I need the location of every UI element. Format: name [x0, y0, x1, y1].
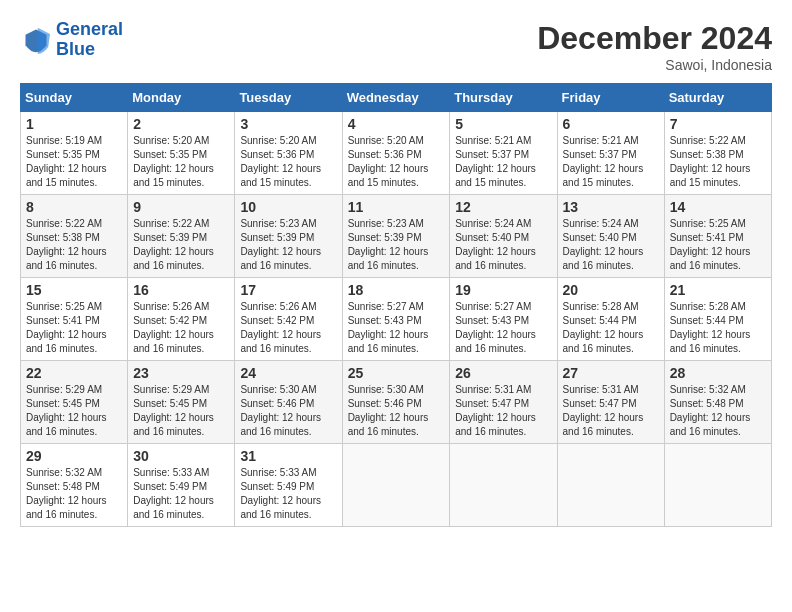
cell-info: Sunrise: 5:21 AM Sunset: 5:37 PM Dayligh…: [455, 134, 551, 190]
calendar-cell: 7 Sunrise: 5:22 AM Sunset: 5:38 PM Dayli…: [664, 112, 771, 195]
day-number: 7: [670, 116, 766, 132]
day-number: 20: [563, 282, 659, 298]
cell-info: Sunrise: 5:23 AM Sunset: 5:39 PM Dayligh…: [240, 217, 336, 273]
day-number: 6: [563, 116, 659, 132]
title-block: December 2024 Sawoi, Indonesia: [537, 20, 772, 73]
header-thursday: Thursday: [450, 84, 557, 112]
cell-info: Sunrise: 5:31 AM Sunset: 5:47 PM Dayligh…: [455, 383, 551, 439]
calendar-cell: 30 Sunrise: 5:33 AM Sunset: 5:49 PM Dayl…: [128, 444, 235, 527]
day-number: 27: [563, 365, 659, 381]
cell-info: Sunrise: 5:29 AM Sunset: 5:45 PM Dayligh…: [26, 383, 122, 439]
day-number: 24: [240, 365, 336, 381]
cell-info: Sunrise: 5:28 AM Sunset: 5:44 PM Dayligh…: [563, 300, 659, 356]
calendar-cell: 28 Sunrise: 5:32 AM Sunset: 5:48 PM Dayl…: [664, 361, 771, 444]
calendar-cell: 8 Sunrise: 5:22 AM Sunset: 5:38 PM Dayli…: [21, 195, 128, 278]
day-number: 29: [26, 448, 122, 464]
calendar-cell: 15 Sunrise: 5:25 AM Sunset: 5:41 PM Dayl…: [21, 278, 128, 361]
cell-info: Sunrise: 5:28 AM Sunset: 5:44 PM Dayligh…: [670, 300, 766, 356]
cell-info: Sunrise: 5:25 AM Sunset: 5:41 PM Dayligh…: [670, 217, 766, 273]
day-number: 3: [240, 116, 336, 132]
calendar-cell: 19 Sunrise: 5:27 AM Sunset: 5:43 PM Dayl…: [450, 278, 557, 361]
cell-info: Sunrise: 5:25 AM Sunset: 5:41 PM Dayligh…: [26, 300, 122, 356]
header-friday: Friday: [557, 84, 664, 112]
cell-info: Sunrise: 5:22 AM Sunset: 5:38 PM Dayligh…: [670, 134, 766, 190]
cell-info: Sunrise: 5:20 AM Sunset: 5:36 PM Dayligh…: [240, 134, 336, 190]
day-number: 26: [455, 365, 551, 381]
cell-info: Sunrise: 5:19 AM Sunset: 5:35 PM Dayligh…: [26, 134, 122, 190]
calendar-cell: 9 Sunrise: 5:22 AM Sunset: 5:39 PM Dayli…: [128, 195, 235, 278]
cell-info: Sunrise: 5:20 AM Sunset: 5:35 PM Dayligh…: [133, 134, 229, 190]
day-number: 8: [26, 199, 122, 215]
day-number: 22: [26, 365, 122, 381]
calendar-cell: 13 Sunrise: 5:24 AM Sunset: 5:40 PM Dayl…: [557, 195, 664, 278]
cell-info: Sunrise: 5:22 AM Sunset: 5:38 PM Dayligh…: [26, 217, 122, 273]
calendar-cell: 21 Sunrise: 5:28 AM Sunset: 5:44 PM Dayl…: [664, 278, 771, 361]
cell-info: Sunrise: 5:22 AM Sunset: 5:39 PM Dayligh…: [133, 217, 229, 273]
header-wednesday: Wednesday: [342, 84, 450, 112]
day-number: 15: [26, 282, 122, 298]
day-number: 2: [133, 116, 229, 132]
calendar-cell: [342, 444, 450, 527]
calendar-cell: 27 Sunrise: 5:31 AM Sunset: 5:47 PM Dayl…: [557, 361, 664, 444]
location: Sawoi, Indonesia: [537, 57, 772, 73]
cell-info: Sunrise: 5:29 AM Sunset: 5:45 PM Dayligh…: [133, 383, 229, 439]
cell-info: Sunrise: 5:33 AM Sunset: 5:49 PM Dayligh…: [240, 466, 336, 522]
day-number: 16: [133, 282, 229, 298]
cell-info: Sunrise: 5:30 AM Sunset: 5:46 PM Dayligh…: [240, 383, 336, 439]
logo: General Blue: [20, 20, 123, 60]
cell-info: Sunrise: 5:33 AM Sunset: 5:49 PM Dayligh…: [133, 466, 229, 522]
day-number: 18: [348, 282, 445, 298]
calendar-cell: 11 Sunrise: 5:23 AM Sunset: 5:39 PM Dayl…: [342, 195, 450, 278]
calendar-cell: 18 Sunrise: 5:27 AM Sunset: 5:43 PM Dayl…: [342, 278, 450, 361]
day-number: 10: [240, 199, 336, 215]
calendar-cell: 26 Sunrise: 5:31 AM Sunset: 5:47 PM Dayl…: [450, 361, 557, 444]
day-number: 5: [455, 116, 551, 132]
day-number: 28: [670, 365, 766, 381]
calendar-cell: 16 Sunrise: 5:26 AM Sunset: 5:42 PM Dayl…: [128, 278, 235, 361]
day-number: 12: [455, 199, 551, 215]
month-title: December 2024: [537, 20, 772, 57]
day-number: 23: [133, 365, 229, 381]
calendar-week-1: 1 Sunrise: 5:19 AM Sunset: 5:35 PM Dayli…: [21, 112, 772, 195]
calendar-cell: 17 Sunrise: 5:26 AM Sunset: 5:42 PM Dayl…: [235, 278, 342, 361]
day-number: 13: [563, 199, 659, 215]
calendar-cell: [664, 444, 771, 527]
cell-info: Sunrise: 5:32 AM Sunset: 5:48 PM Dayligh…: [670, 383, 766, 439]
cell-info: Sunrise: 5:32 AM Sunset: 5:48 PM Dayligh…: [26, 466, 122, 522]
calendar-cell: 31 Sunrise: 5:33 AM Sunset: 5:49 PM Dayl…: [235, 444, 342, 527]
calendar-cell: 24 Sunrise: 5:30 AM Sunset: 5:46 PM Dayl…: [235, 361, 342, 444]
day-number: 21: [670, 282, 766, 298]
logo-text: General Blue: [56, 20, 123, 60]
calendar-table: SundayMondayTuesdayWednesdayThursdayFrid…: [20, 83, 772, 527]
day-number: 19: [455, 282, 551, 298]
calendar-week-2: 8 Sunrise: 5:22 AM Sunset: 5:38 PM Dayli…: [21, 195, 772, 278]
day-number: 9: [133, 199, 229, 215]
header-sunday: Sunday: [21, 84, 128, 112]
cell-info: Sunrise: 5:20 AM Sunset: 5:36 PM Dayligh…: [348, 134, 445, 190]
day-number: 4: [348, 116, 445, 132]
cell-info: Sunrise: 5:31 AM Sunset: 5:47 PM Dayligh…: [563, 383, 659, 439]
header-tuesday: Tuesday: [235, 84, 342, 112]
calendar-cell: 23 Sunrise: 5:29 AM Sunset: 5:45 PM Dayl…: [128, 361, 235, 444]
cell-info: Sunrise: 5:30 AM Sunset: 5:46 PM Dayligh…: [348, 383, 445, 439]
calendar-cell: 20 Sunrise: 5:28 AM Sunset: 5:44 PM Dayl…: [557, 278, 664, 361]
calendar-week-3: 15 Sunrise: 5:25 AM Sunset: 5:41 PM Dayl…: [21, 278, 772, 361]
calendar-cell: [450, 444, 557, 527]
day-number: 17: [240, 282, 336, 298]
day-number: 31: [240, 448, 336, 464]
cell-info: Sunrise: 5:26 AM Sunset: 5:42 PM Dayligh…: [133, 300, 229, 356]
cell-info: Sunrise: 5:21 AM Sunset: 5:37 PM Dayligh…: [563, 134, 659, 190]
header-saturday: Saturday: [664, 84, 771, 112]
calendar-week-5: 29 Sunrise: 5:32 AM Sunset: 5:48 PM Dayl…: [21, 444, 772, 527]
calendar-header-row: SundayMondayTuesdayWednesdayThursdayFrid…: [21, 84, 772, 112]
calendar-cell: 14 Sunrise: 5:25 AM Sunset: 5:41 PM Dayl…: [664, 195, 771, 278]
calendar-week-4: 22 Sunrise: 5:29 AM Sunset: 5:45 PM Dayl…: [21, 361, 772, 444]
day-number: 1: [26, 116, 122, 132]
page-header: General Blue December 2024 Sawoi, Indone…: [20, 20, 772, 73]
day-number: 11: [348, 199, 445, 215]
calendar-cell: 3 Sunrise: 5:20 AM Sunset: 5:36 PM Dayli…: [235, 112, 342, 195]
cell-info: Sunrise: 5:24 AM Sunset: 5:40 PM Dayligh…: [455, 217, 551, 273]
calendar-cell: 1 Sunrise: 5:19 AM Sunset: 5:35 PM Dayli…: [21, 112, 128, 195]
header-monday: Monday: [128, 84, 235, 112]
logo-icon: [20, 26, 52, 54]
